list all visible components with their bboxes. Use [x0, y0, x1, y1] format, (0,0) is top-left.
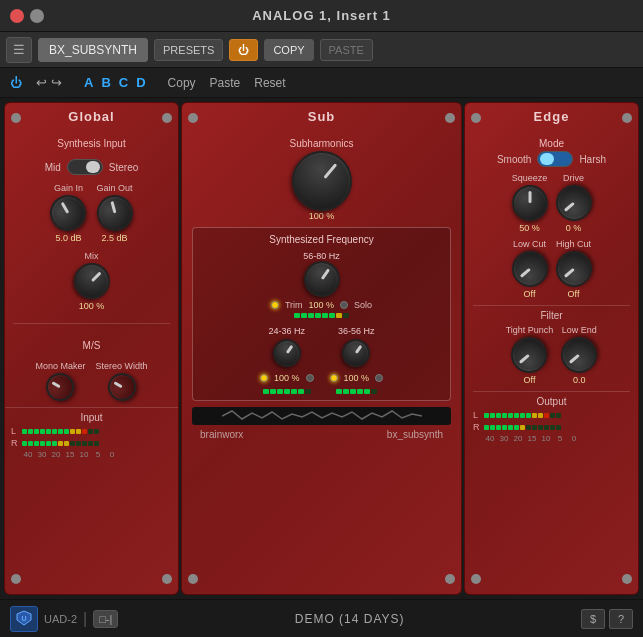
plugin-main: Global Synthesis Input Mid Stereo Gain I…	[0, 98, 643, 599]
drive-knob[interactable]	[548, 178, 599, 229]
mn6: 5	[91, 450, 105, 459]
drive-label: Drive	[563, 173, 584, 183]
waveform-svg	[222, 409, 422, 423]
elm3	[496, 413, 501, 418]
smooth-harsh-toggle: Smooth Harsh	[473, 151, 630, 167]
rm3	[34, 441, 39, 446]
low-cut-knob[interactable]	[504, 244, 555, 295]
high-cut-knob[interactable]	[548, 244, 599, 295]
band3-led[interactable]	[330, 374, 338, 382]
band2-led[interactable]	[260, 374, 268, 382]
sub-corner-bl	[188, 570, 198, 588]
close-button[interactable]	[10, 9, 24, 23]
emn5: 10	[539, 434, 553, 443]
help-button[interactable]: ?	[609, 609, 633, 629]
paste-button[interactable]: PASTE	[320, 39, 373, 61]
preset-b[interactable]: B	[101, 75, 110, 90]
gain-in-knob[interactable]	[44, 188, 93, 237]
subharmonics-label: Subharmonics	[290, 138, 354, 149]
rm13	[94, 441, 99, 446]
synthesis-input-toggle[interactable]	[67, 159, 103, 175]
menu-button[interactable]: ☰	[6, 37, 32, 63]
tight-punch-group: Tight Punch Off	[506, 325, 554, 385]
sec-reset[interactable]: Reset	[254, 76, 285, 90]
mc2	[28, 429, 33, 434]
preset-name[interactable]: BX_SUBSYNTH	[38, 38, 148, 62]
daw-button[interactable]: □-|	[93, 610, 118, 628]
power-button[interactable]: ⏻	[229, 39, 258, 61]
sec-paste[interactable]: Paste	[210, 76, 241, 90]
low-cut-group: Low Cut Off	[512, 239, 548, 299]
menu-icon: ☰	[13, 42, 25, 57]
gm8	[343, 313, 349, 318]
mix-value: 100 %	[79, 301, 105, 311]
toggle-thumb	[86, 161, 100, 173]
elm9	[532, 413, 537, 418]
mix-knob[interactable]	[66, 256, 117, 307]
mode-toggle-thumb	[540, 153, 554, 165]
input-label: Input	[11, 412, 172, 423]
mn4: 15	[63, 450, 77, 459]
solo-led[interactable]	[340, 301, 348, 309]
redo-button[interactable]: ↪	[51, 75, 62, 90]
band2-label: 24-36 Hz	[268, 326, 305, 336]
toolbar: ☰ BX_SUBSYNTH PRESETS ⏻ COPY PASTE	[0, 32, 643, 68]
window-controls[interactable]	[10, 9, 44, 23]
edge-output-section: Output L R	[473, 391, 630, 443]
global-panel: Global Synthesis Input Mid Stereo Gain I…	[4, 102, 179, 595]
mono-maker-knob[interactable]	[41, 368, 79, 406]
trim-led[interactable]	[271, 301, 279, 309]
preset-a[interactable]: A	[84, 75, 93, 90]
gain-out-knob[interactable]	[92, 191, 136, 235]
stereo-width-knob[interactable]	[102, 368, 140, 406]
rm10	[76, 441, 81, 446]
low-end-knob[interactable]	[554, 330, 605, 381]
band2-solo-led[interactable]	[306, 374, 314, 382]
erm4	[502, 425, 507, 430]
band2-trim-row: 100 %	[260, 373, 314, 383]
global-l-meter	[22, 429, 172, 434]
edge-header: Edge	[465, 103, 638, 128]
edge-r-meter-row: R	[473, 422, 630, 432]
smooth-label: Smooth	[497, 154, 531, 165]
copy-button[interactable]: COPY	[264, 39, 313, 61]
mix-group: Mix 100 %	[13, 251, 170, 311]
mode-toggle[interactable]	[537, 151, 573, 167]
band2-value: 100 %	[274, 373, 300, 383]
band3-solo-led[interactable]	[375, 374, 383, 382]
mix-label: Mix	[85, 251, 99, 261]
demo-label: DEMO (14 DAYS)	[295, 612, 405, 626]
elm7	[520, 413, 525, 418]
rm2	[28, 441, 33, 446]
subharmonics-knob[interactable]	[279, 139, 364, 224]
power-sec-icon[interactable]: ⏻	[10, 76, 22, 90]
low-end-label: Low End	[562, 325, 597, 335]
presets-button[interactable]: PRESETS	[154, 39, 223, 61]
tight-punch-value: Off	[524, 375, 536, 385]
tight-punch-knob[interactable]	[504, 330, 555, 381]
preset-c[interactable]: C	[119, 75, 128, 90]
sub-corner-tr	[445, 109, 455, 127]
band3-meter	[336, 389, 377, 394]
band1-knob[interactable]	[296, 254, 346, 304]
low-end-group: Low End 0.0	[561, 325, 597, 385]
emn2: 30	[497, 434, 511, 443]
preset-d[interactable]: D	[136, 75, 145, 90]
minimize-button[interactable]	[30, 9, 44, 23]
mid-label: Mid	[45, 162, 61, 173]
undo-button[interactable]: ↩	[36, 75, 47, 90]
squeeze-value: 50 %	[519, 223, 540, 233]
rm6	[52, 441, 57, 446]
band3-knob[interactable]	[337, 334, 376, 373]
harsh-label: Harsh	[579, 154, 606, 165]
dollar-button[interactable]: $	[581, 609, 605, 629]
band2-knob[interactable]	[267, 334, 306, 373]
sub-inner: Subharmonics 100 % Synthesized Frequency…	[182, 128, 461, 450]
mc13	[94, 429, 99, 434]
sec-copy[interactable]: Copy	[168, 76, 196, 90]
elm1	[484, 413, 489, 418]
erm9	[532, 425, 537, 430]
mc12	[88, 429, 93, 434]
sub-corner-br	[445, 570, 455, 588]
squeeze-knob[interactable]	[512, 185, 548, 221]
